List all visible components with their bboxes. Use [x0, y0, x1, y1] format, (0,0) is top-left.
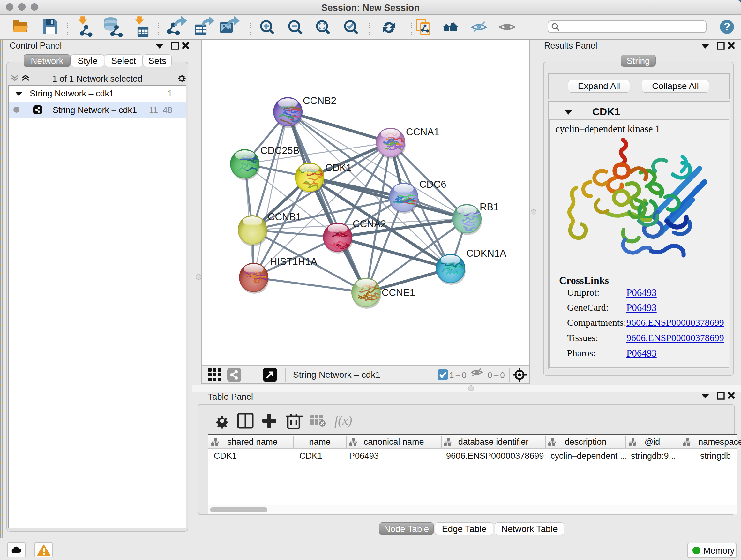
- svg-text:f(x): f(x): [334, 413, 352, 428]
